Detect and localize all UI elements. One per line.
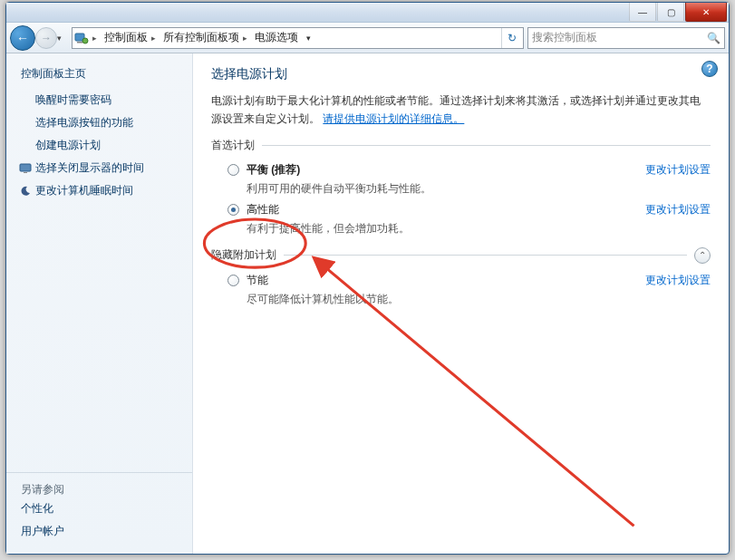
sidebar-footer-heading: 另请参阅: [21, 482, 178, 497]
plan-title: 节能: [247, 273, 624, 288]
sidebar-heading: 控制面板主页: [6, 66, 192, 89]
sidebar-item-create-plan[interactable]: 创建电源计划: [6, 134, 192, 157]
plan-title: 平衡 (推荐): [247, 162, 624, 178]
main-content: ? 选择电源计划 电源计划有助于最大化计算机的性能或者节能。通过选择计划来将其激…: [193, 53, 729, 554]
breadcrumb-node[interactable]: 所有控制面板项▸: [160, 30, 251, 45]
plan-powersaver: 节能 尽可能降低计算机性能以节能。 更改计划设置: [211, 269, 711, 309]
sidebar-item-power-button[interactable]: 选择电源按钮的功能: [6, 111, 192, 134]
sidebar-footer-link-personalization[interactable]: 个性化: [21, 497, 178, 520]
sidebar: 控制面板主页 唤醒时需要密码 选择电源按钮的功能 创建电源计划 选择关闭显示器的…: [6, 53, 193, 554]
address-dropdown[interactable]: ▾: [302, 34, 314, 43]
change-plan-link[interactable]: 更改计划设置: [631, 273, 711, 288]
section-label: 隐藏附加计划: [211, 247, 276, 263]
sidebar-item-display-off[interactable]: 选择关闭显示器的时间: [6, 157, 192, 179]
navbar: ← → ▾ ▸ 控制面板▸ 所有控制面板项▸ 电源选项 ▾ ↻ 搜索控制面板 🔍: [6, 23, 729, 53]
page-title: 选择电源计划: [211, 66, 711, 82]
breadcrumb-root-chevron[interactable]: ▸: [89, 34, 101, 43]
chevron-right-icon: ▸: [151, 34, 156, 43]
breadcrumb-label: 电源选项: [255, 30, 298, 45]
plan-subtitle: 有利于提高性能，但会增加功耗。: [247, 221, 624, 237]
sidebar-item-label: 创建电源计划: [35, 139, 101, 151]
moon-icon: [19, 185, 32, 198]
window-frame: — ▢ ✕ ← → ▾ ▸ 控制面板▸ 所有控制面板项▸ 电源选项 ▾ ↻ 搜索…: [5, 2, 730, 555]
change-plan-link[interactable]: 更改计划设置: [631, 162, 711, 178]
minimize-button[interactable]: —: [629, 3, 656, 22]
nav-forward-button[interactable]: →: [35, 27, 57, 49]
section-preferred-plans: 首选计划: [211, 138, 711, 153]
help-icon[interactable]: ?: [701, 61, 718, 77]
plan-subtitle: 尽可能降低计算机性能以节能。: [247, 292, 624, 307]
svg-rect-4: [24, 172, 27, 173]
search-input[interactable]: 搜索控制面板 🔍: [527, 27, 725, 49]
address-bar[interactable]: ▸ 控制面板▸ 所有控制面板项▸ 电源选项 ▾ ↻: [72, 27, 524, 49]
sidebar-item-label: 唤醒时需要密码: [35, 93, 111, 106]
sidebar-item-wake-password[interactable]: 唤醒时需要密码: [6, 89, 192, 111]
close-button[interactable]: ✕: [685, 3, 727, 22]
sidebar-item-sleep-time[interactable]: 更改计算机睡眠时间: [6, 179, 192, 202]
nav-back-button[interactable]: ←: [10, 25, 35, 51]
titlebar: — ▢ ✕: [6, 3, 729, 23]
maximize-button[interactable]: ▢: [657, 3, 684, 22]
nav-buttons: ← → ▾: [10, 25, 68, 51]
control-panel-icon: [74, 31, 89, 45]
page-description: 电源计划有助于最大化计算机的性能或者节能。通过选择计划来将其激活，或选择计划并通…: [211, 92, 711, 129]
breadcrumb-label: 控制面板: [104, 30, 148, 45]
sidebar-footer-link-useraccounts[interactable]: 用户帐户: [21, 520, 178, 543]
refresh-button[interactable]: ↻: [501, 28, 521, 48]
sidebar-item-label: 选择电源按钮的功能: [35, 116, 133, 129]
search-icon[interactable]: 🔍: [707, 32, 720, 44]
sidebar-item-label: 选择关闭显示器的时间: [35, 161, 144, 174]
plan-radio-saver[interactable]: [227, 275, 239, 286]
svg-rect-3: [20, 164, 31, 171]
breadcrumb-node[interactable]: 电源选项: [251, 30, 302, 45]
chevron-right-icon: ▸: [243, 34, 247, 43]
body: 控制面板主页 唤醒时需要密码 选择电源按钮的功能 创建电源计划 选择关闭显示器的…: [6, 53, 729, 554]
breadcrumb-node[interactable]: 控制面板▸: [101, 30, 160, 45]
change-plan-link[interactable]: 更改计划设置: [631, 202, 711, 217]
svg-rect-1: [77, 42, 82, 43]
svg-point-2: [82, 38, 88, 43]
plan-balanced: 平衡 (推荐) 利用可用的硬件自动平衡功耗与性能。 更改计划设置: [211, 159, 711, 198]
breadcrumb-label: 所有控制面板项: [163, 30, 239, 45]
plan-high-performance: 高性能 有利于提高性能，但会增加功耗。 更改计划设置: [211, 198, 711, 238]
plan-subtitle: 利用可用的硬件自动平衡功耗与性能。: [247, 181, 624, 197]
monitor-icon: [19, 162, 32, 175]
section-label: 首选计划: [211, 138, 255, 153]
collapse-button[interactable]: ⌃: [694, 247, 711, 264]
nav-history-dropdown[interactable]: ▾: [57, 34, 68, 43]
sidebar-footer: 另请参阅 个性化 用户帐户: [6, 472, 192, 546]
section-hidden-plans: 隐藏附加计划 ⌃: [211, 247, 711, 264]
plan-radio-balanced[interactable]: [227, 164, 239, 176]
plan-title: 高性能: [247, 202, 624, 217]
description-link[interactable]: 请提供电源计划的详细信息。: [323, 112, 464, 125]
sidebar-item-label: 更改计算机睡眠时间: [35, 184, 133, 197]
plan-radio-highperf[interactable]: [227, 204, 239, 216]
search-placeholder: 搜索控制面板: [532, 30, 597, 45]
